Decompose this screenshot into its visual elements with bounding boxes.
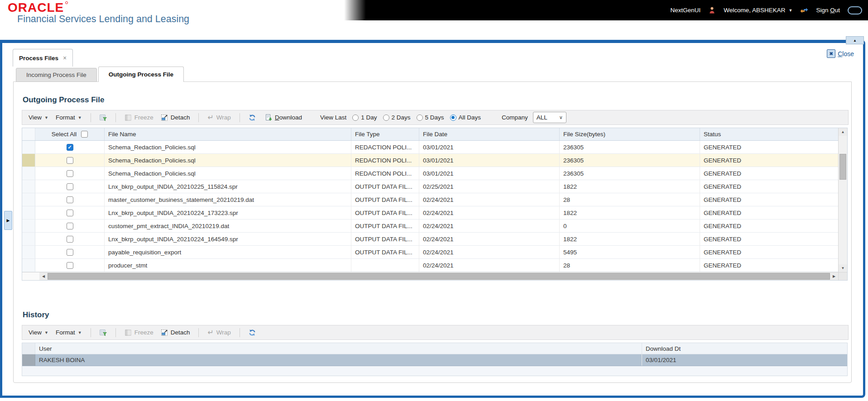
tab-outgoing-process-file[interactable]: Outgoing Process File [98,67,184,82]
view-menu[interactable]: View ▼ [27,113,50,122]
outgoing-section-title: Outgoing Process File [23,95,851,105]
row-checkbox[interactable] [67,223,73,229]
row-checkbox[interactable] [67,170,73,177]
vertical-scroll-track[interactable] [839,136,847,264]
file-date-cell: 03/01/2021 [419,141,560,153]
wrap-icon: ↵ [207,115,213,121]
column-header-file-name[interactable]: File Name [105,128,351,140]
format-menu[interactable]: Format ▼ [54,328,84,337]
column-header-download-dt[interactable]: Download Dt [642,343,847,354]
table-row[interactable]: Schema_Redaction_Policies.sqlREDACTION P… [22,167,838,180]
detach-button[interactable]: Detach [159,328,192,337]
table-row[interactable]: Schema_Redaction_Policies.sqlREDACTION P… [22,154,838,167]
select-all-header[interactable]: Select All [35,128,105,140]
query-by-example-icon [100,329,107,336]
detach-button[interactable]: Detach [159,113,192,122]
nextgenui-link[interactable]: NextGenUI [670,7,700,14]
file-size-cell: 1822 [560,233,700,245]
detach-icon [161,114,168,121]
radio-label: 2 Days [392,114,411,121]
radio-label: 1 Day [361,114,377,121]
history-section-title: History [23,310,851,320]
row-checkbox[interactable] [67,157,73,164]
select-all-checkbox[interactable] [81,131,88,138]
tab-process-files[interactable]: Process Files × [13,49,73,67]
chevron-down-icon: ▼ [78,115,82,120]
wrap-icon: ↵ [207,329,213,336]
file-type-cell: OUTPUT DATA FIL... [351,246,419,258]
freeze-button[interactable]: Freeze [123,113,155,122]
freeze-icon [125,329,132,336]
view-last-option[interactable]: 1 Day [352,114,377,121]
tab-incoming-process-file[interactable]: Incoming Process File [16,68,97,82]
outgoing-table-body: Schema_Redaction_Policies.sqlREDACTION P… [22,141,838,272]
query-by-example-button[interactable] [98,328,109,337]
wrap-button[interactable]: ↵ Wrap [206,113,232,122]
scroll-up-arrow[interactable]: ▲ [839,128,847,136]
freeze-button[interactable]: Freeze [123,328,155,337]
row-checkbox[interactable] [67,249,73,256]
status-cell: GENERATED [700,206,838,219]
file-name-cell: payable_requisition_export [105,246,351,258]
refresh-button[interactable] [247,328,258,337]
view-menu[interactable]: View ▼ [27,328,50,337]
toolbar-separator [91,113,91,122]
column-header-user[interactable]: User [35,343,642,354]
table-row[interactable]: payable_requisition_exportOUTPUT DATA FI… [22,246,838,259]
close-button[interactable]: ✖ Close [827,49,854,58]
column-header-file-type[interactable]: File Type [351,128,419,140]
collapse-panel-button[interactable]: ▲ [846,36,864,44]
table-row[interactable]: Lnx_bkrp_output_INDIA_20210224_173223.sp… [22,206,838,220]
toolbar-separator [198,113,199,122]
history-toolbar: View ▼ Format ▼ [22,325,849,340]
history-row[interactable]: RAKESH BOINA03/01/2021 [22,354,847,366]
scroll-left-arrow[interactable]: ◀ [39,272,48,280]
wrap-label: Wrap [216,329,231,336]
vertical-scroll-thumb[interactable] [839,154,846,180]
file-type-cell: REDACTION POLI... [351,141,419,153]
query-by-example-button[interactable] [98,113,109,122]
download-button[interactable]: Download [263,113,304,122]
row-checkbox[interactable] [67,262,73,269]
view-last-option[interactable]: All Days [450,114,481,121]
pill-icon[interactable] [848,6,862,14]
view-last-option[interactable]: 5 Days [417,114,444,121]
company-select[interactable]: ALL ∨ [533,112,566,123]
table-row[interactable]: customer_pmt_extract_INDIA_20210219.datO… [22,220,838,233]
horizontal-scroll-thumb[interactable] [48,273,830,280]
status-cell: GENERATED [700,193,838,206]
wrap-button[interactable]: ↵ Wrap [206,328,232,337]
download-icon [265,114,272,121]
view-last-option[interactable]: 2 Days [383,114,411,121]
view-last-options: 1 Day2 Days5 DaysAll Days [352,114,481,121]
column-header-file-date[interactable]: File Date [419,128,560,140]
scroll-down-arrow[interactable]: ▼ [839,264,847,272]
splitter-expand-handle[interactable]: ▶ [4,211,12,230]
row-checkbox[interactable] [67,183,73,190]
table-row[interactable]: Lnx_bkrp_output_INDIA_20210224_164549.sp… [22,233,838,246]
table-row[interactable]: producer_stmt02/24/202128GENERATED [22,259,838,272]
table-row[interactable]: Schema_Redaction_Policies.sqlREDACTION P… [22,141,838,154]
table-row[interactable]: master_customer_business_statement_20210… [22,193,838,206]
row-checkbox[interactable] [67,236,73,243]
column-header-status[interactable]: Status [700,128,838,140]
user-cell: RAKESH BOINA [35,354,642,366]
table-row[interactable]: Lnx_bkrp_output_INDIA_20210225_115824.sp… [22,180,838,193]
format-menu[interactable]: Format ▼ [54,113,84,122]
welcome-user-menu[interactable]: Welcome, ABSHEKAR ▼ [724,7,792,14]
refresh-button[interactable] [247,113,258,122]
tab-close-icon[interactable]: × [63,54,67,62]
row-checkbox[interactable] [67,144,73,151]
select-all-label: Select All [52,131,77,138]
brand-tagline: Financial Services Lending and Leasing [17,14,189,24]
sign-out-button[interactable]: Sign Out [816,7,840,14]
row-select-cell [35,180,105,193]
file-name-cell: Schema_Redaction_Policies.sql [105,154,351,167]
file-date-cell: 03/01/2021 [419,167,560,180]
scroll-right-arrow[interactable]: ▶ [830,272,838,280]
row-checkbox[interactable] [67,210,73,216]
column-header-file-size[interactable]: File Size(bytes) [560,128,700,140]
process-file-subtabs: Incoming Process File Outgoing Process F… [16,67,863,82]
row-checkbox[interactable] [67,196,73,203]
user-avatar-icon [708,6,716,14]
